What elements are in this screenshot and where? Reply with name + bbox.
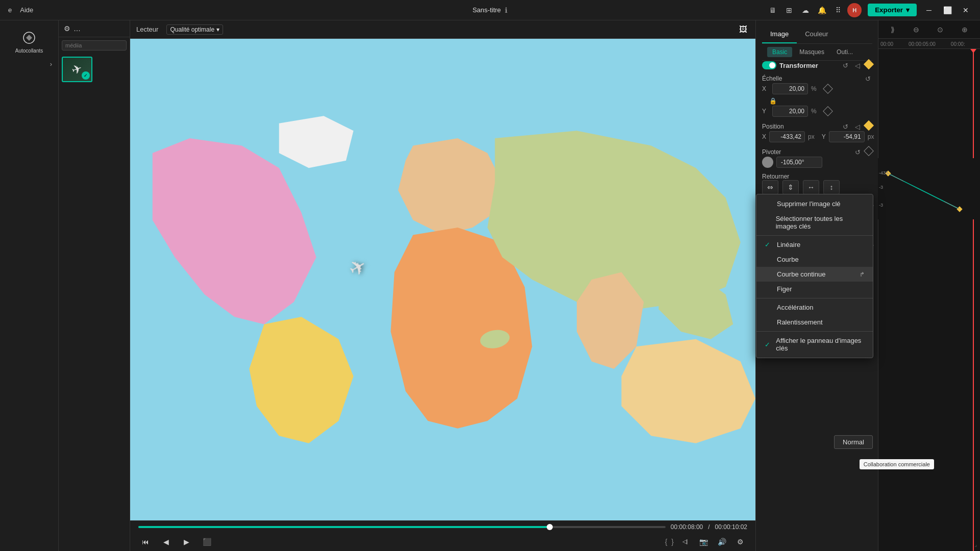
scale-y-input[interactable]	[772, 106, 808, 117]
tl-zoom-out[interactable]: ⊖	[913, 26, 919, 34]
controls-row: ⏮ ◀ ▶ ⬛ { } ◁| 📷 🔊 ⚙	[138, 535, 747, 549]
pos-y-input[interactable]	[829, 131, 865, 142]
sidebar-item-autocollants[interactable]: Autocollants	[0, 26, 58, 59]
maximize-button[interactable]: ⬜	[941, 4, 953, 16]
skip-back-button[interactable]: ⏮	[138, 535, 153, 549]
apps-icon[interactable]: ⠿	[831, 3, 845, 17]
user-avatar[interactable]: H	[847, 3, 862, 17]
menu-e[interactable]: e	[8, 6, 12, 14]
scale-x-row: X %	[762, 83, 872, 94]
filter-icon[interactable]: ⚙	[64, 24, 70, 33]
scale-x-input[interactable]	[772, 83, 808, 94]
pivot-angle-input[interactable]	[776, 157, 822, 168]
volume-btn[interactable]: 🔊	[715, 535, 729, 549]
progress-track[interactable]	[138, 526, 666, 528]
ctx-acceleration[interactable]: Accélération	[756, 300, 873, 315]
ctx-delete-keyframe[interactable]: Supprimer l'image clé	[756, 196, 873, 211]
pos-x-input[interactable]	[769, 131, 805, 142]
more-icon[interactable]: …	[74, 24, 81, 33]
ctx-select-all-keyframes[interactable]: Sélectionner toutes les images clés	[756, 211, 873, 234]
commercial-tooltip: Collaboration commerciale	[860, 459, 934, 469]
quality-selector[interactable]: Qualité optimale ▾	[166, 24, 223, 35]
sidebar-expand-arrow[interactable]: ›	[46, 59, 56, 69]
svg-text:-433: -433	[879, 170, 888, 176]
settings-btn[interactable]: ⚙	[733, 535, 747, 549]
desktop-icon[interactable]: 🖥	[766, 3, 780, 17]
bracket-out[interactable]: }	[671, 538, 674, 546]
ctx-courbe-continue[interactable]: Courbe continue ↱	[756, 267, 873, 282]
flip-vertical-btn[interactable]: ⇕	[782, 180, 799, 194]
flip-header-row: Retourner	[762, 173, 872, 180]
position-arrow-icon[interactable]: ◁	[853, 122, 862, 131]
transformer-reset-icon[interactable]: ↺	[841, 61, 850, 70]
grid-icon[interactable]: ⊞	[782, 3, 796, 17]
flip-horizontal-btn[interactable]: ⇔	[762, 180, 778, 194]
progress-row: 00:00:08:00 / 00:00:10:02	[138, 523, 747, 531]
bracket-in[interactable]: {	[665, 538, 668, 546]
pivot-reset-icon[interactable]: ↺	[853, 147, 862, 157]
subtab-basic[interactable]: Basic	[767, 47, 792, 57]
mark-in[interactable]: ◁|	[678, 535, 692, 549]
ctx-show-keyframe-panel[interactable]: ✓ Afficher le panneau d'images clés	[756, 333, 873, 356]
svg-line-5	[888, 173, 903, 181]
tab-couleur[interactable]: Couleur	[797, 26, 837, 43]
pos-y-label: Y	[822, 133, 826, 140]
scale-reset-icon[interactable]: ↺	[863, 74, 872, 83]
sticker-icon	[22, 31, 36, 46]
svg-text:-3: -3	[879, 185, 883, 190]
minimize-button[interactable]: ─	[923, 4, 935, 16]
transformer-title-row: Transformer	[762, 61, 818, 69]
resize-handle: ⌟	[974, 541, 977, 548]
pivot-circle-knob[interactable]	[762, 157, 773, 168]
position-reset-icon[interactable]: ↺	[841, 122, 850, 131]
play-button[interactable]: ▶	[179, 535, 193, 549]
title-bar: e Aide Sans-titre ℹ 🖥 ⊞ ☁ 🔔 ⠿ H Exporter…	[0, 0, 980, 20]
stop-button[interactable]: ⬛	[200, 535, 214, 549]
scale-lock-icon[interactable]: 🔒	[769, 97, 777, 105]
transformer-keyframe-icon[interactable]	[864, 59, 874, 69]
reader-tab[interactable]: Lecteur	[136, 26, 158, 33]
export-button[interactable]: Exporter ▾	[868, 4, 917, 16]
ctx-courbe[interactable]: Courbe	[756, 252, 873, 267]
pos-x-unit: px	[808, 133, 815, 140]
pivot-header-row: Pivoter ↺	[762, 147, 872, 157]
subtab-outils[interactable]: Outi...	[831, 47, 858, 57]
media-panel: ⚙ … ✈ ✓	[59, 20, 130, 551]
app-title: Sans-titre	[473, 6, 501, 14]
ctx-linear[interactable]: ✓ Linéaire	[756, 237, 873, 252]
ctx-figer[interactable]: Figer	[756, 282, 873, 296]
cloud-icon[interactable]: ☁	[798, 3, 813, 17]
screenshot-btn[interactable]: 📷	[696, 535, 710, 549]
scale-x-keyframe[interactable]	[823, 84, 833, 94]
scale-y-keyframe[interactable]	[823, 106, 833, 116]
info-icon[interactable]: ℹ	[505, 6, 507, 14]
ctx-label-show: Afficher le panneau d'images clés	[776, 337, 865, 352]
ctx-divider-1	[756, 235, 873, 236]
tl-expand-icon[interactable]: ⟫	[891, 26, 895, 34]
menu-aide[interactable]: Aide	[20, 6, 33, 14]
transformer-arrow-icon[interactable]: ◁	[853, 61, 862, 70]
scale-header-row: Échelle ↺	[762, 74, 872, 83]
ctx-ralentissement[interactable]: Ralentissement	[756, 315, 873, 330]
position-keyframe-icon[interactable]	[864, 120, 874, 131]
progress-thumb	[547, 524, 553, 530]
tab-image[interactable]: Image	[762, 26, 797, 43]
bell-icon[interactable]: 🔔	[815, 3, 829, 17]
svg-text:-3: -3	[879, 203, 883, 208]
flip-h-alt-btn[interactable]: ↔	[803, 180, 819, 194]
tl-zoom-in[interactable]: ⊕	[962, 26, 968, 34]
transformer-toggle[interactable]	[762, 61, 776, 69]
flip-v-alt-btn[interactable]: ↕	[823, 180, 840, 194]
close-button[interactable]: ✕	[960, 4, 972, 16]
subtab-masques[interactable]: Masques	[794, 47, 829, 57]
ctx-label-courbe-cont: Courbe continue	[777, 270, 825, 278]
screenshot-icon[interactable]: 🖼	[737, 23, 749, 36]
media-thumb-plane[interactable]: ✈ ✓	[62, 57, 92, 82]
media-search-input[interactable]	[62, 40, 127, 51]
flip-label: Retourner	[762, 173, 789, 180]
pivot-keyframe-icon[interactable]	[864, 146, 874, 156]
progress-fill	[138, 526, 550, 528]
ctx-label-courbe: Courbe	[777, 256, 799, 263]
prev-frame-button[interactable]: ◀	[159, 535, 173, 549]
ctx-label-figer: Figer	[777, 285, 792, 293]
